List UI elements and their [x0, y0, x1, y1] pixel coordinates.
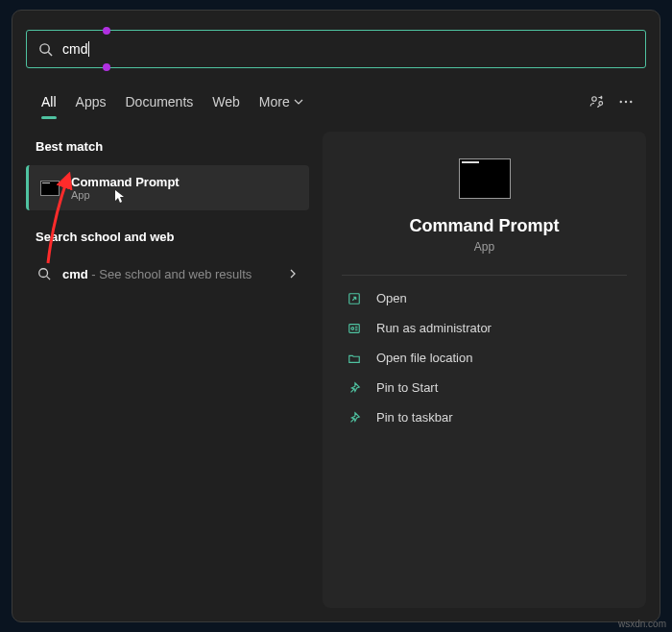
tab-more[interactable]: More: [250, 88, 313, 115]
more-options-icon[interactable]: [612, 87, 640, 116]
results-column: Best match Command Prompt App Search sch…: [26, 132, 309, 608]
tab-documents[interactable]: Documents: [115, 88, 203, 115]
svg-point-6: [630, 101, 632, 103]
svg-line-1: [48, 52, 52, 56]
annotation-dot: [103, 63, 110, 71]
filter-tabs: All Apps Documents Web More: [26, 82, 646, 122]
svg-point-5: [625, 101, 627, 103]
mouse-cursor: [115, 190, 125, 204]
divider: [342, 275, 627, 276]
web-search-result[interactable]: cmd - See school and web results: [26, 255, 309, 292]
search-query: cmd: [62, 41, 89, 57]
command-prompt-icon-large: [459, 158, 511, 199]
chevron-down-icon: [294, 97, 303, 107]
open-icon: [346, 292, 363, 305]
preview-subtitle: App: [474, 240, 494, 254]
action-pin-taskbar[interactable]: Pin to taskbar: [342, 402, 627, 432]
action-open-location[interactable]: Open file location: [342, 343, 627, 373]
svg-point-4: [620, 101, 622, 103]
folder-icon: [346, 352, 363, 365]
svg-point-11: [351, 327, 354, 329]
action-run-admin[interactable]: Run as administrator: [342, 313, 627, 343]
watermark: wsxdn.com: [618, 619, 666, 629]
pin-icon: [346, 381, 363, 395]
action-open[interactable]: Open: [342, 283, 627, 313]
web-term: cmd: [62, 267, 88, 281]
command-prompt-icon: [40, 181, 60, 196]
svg-point-3: [599, 102, 603, 106]
svg-point-0: [40, 43, 49, 52]
chevron-right-icon: [288, 265, 298, 282]
result-title: Command Prompt: [71, 175, 180, 189]
search-box[interactable]: cmd: [26, 30, 646, 68]
start-search-panel: cmd All Apps Documents Web More Best mat…: [12, 10, 660, 622]
pin-icon: [346, 411, 363, 425]
shield-icon: [346, 322, 363, 335]
preview-title: Command Prompt: [409, 216, 559, 236]
action-pin-start[interactable]: Pin to Start: [342, 373, 627, 402]
svg-line-8: [47, 277, 51, 280]
best-match-header: Best match: [26, 132, 309, 161]
svg-point-2: [592, 97, 597, 102]
search-web-header: Search school and web: [26, 222, 309, 252]
best-match-result[interactable]: Command Prompt App: [26, 165, 309, 210]
tab-web[interactable]: Web: [203, 88, 250, 115]
tab-apps[interactable]: Apps: [66, 88, 116, 115]
account-switch-icon[interactable]: [583, 87, 612, 116]
preview-pane: Command Prompt App Open Run as administr…: [323, 132, 646, 608]
result-subtitle: App: [71, 189, 180, 201]
web-hint: - See school and web results: [88, 267, 252, 281]
search-icon: [37, 267, 51, 280]
svg-point-7: [39, 269, 48, 278]
search-icon: [38, 42, 53, 57]
tab-all[interactable]: All: [32, 88, 66, 115]
annotation-dot: [103, 27, 110, 35]
